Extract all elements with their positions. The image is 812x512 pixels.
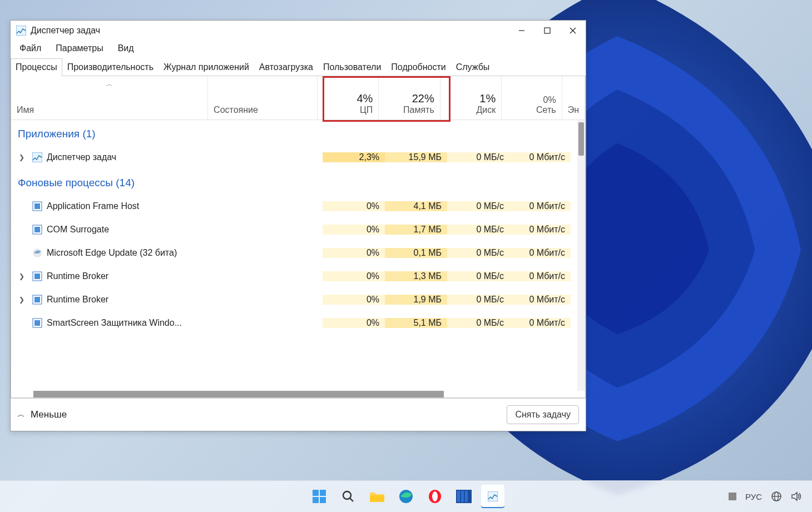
- disk-cell: 0 МБ/с: [447, 152, 509, 162]
- horizontal-scrollbar[interactable]: [11, 391, 585, 397]
- expand-icon[interactable]: ❯: [19, 272, 28, 280]
- disk-cell: 0 МБ/с: [447, 201, 509, 211]
- app-button[interactable]: [452, 485, 476, 508]
- col-cpu[interactable]: 4%ЦП: [318, 76, 379, 120]
- process-name: COM Surrogate: [47, 225, 109, 235]
- tab-processes[interactable]: Процессы: [11, 58, 62, 76]
- svg-point-26: [432, 491, 438, 501]
- disk-cell: 0 МБ/с: [447, 295, 509, 305]
- memory-cell: 5,1 МБ: [385, 318, 447, 328]
- network-cell: 0 Мбит/с: [509, 271, 571, 281]
- tab-details[interactable]: Подробности: [386, 58, 450, 76]
- process-row[interactable]: ❯Runtime Broker0%1,3 МБ0 МБ/с0 Мбит/с: [11, 265, 585, 288]
- svg-rect-5: [32, 152, 42, 162]
- network-cell: 0 Мбит/с: [509, 248, 571, 258]
- network-cell: 0 Мбит/с: [509, 201, 571, 211]
- col-extra[interactable]: Эн: [562, 76, 585, 120]
- svg-rect-12: [34, 274, 40, 279]
- svg-rect-32: [729, 493, 736, 500]
- network-cell: 0 Мбит/с: [509, 152, 571, 162]
- process-row[interactable]: Microsoft Edge Update (32 бита)0%0,1 МБ0…: [11, 241, 585, 265]
- disk-cell: 0 МБ/с: [447, 248, 509, 258]
- menu-view[interactable]: Вид: [116, 42, 136, 54]
- titlebar[interactable]: Диспетчер задач: [11, 21, 586, 41]
- menubar: Файл Параметры Вид: [11, 41, 586, 56]
- col-status[interactable]: Состояние: [208, 76, 318, 120]
- disk-cell: 0 МБ/с: [447, 225, 509, 235]
- cpu-cell: 0%: [323, 225, 385, 235]
- cpu-cell: 2,3%: [323, 152, 385, 162]
- svg-rect-17: [313, 490, 319, 496]
- disk-cell: 0 МБ/с: [447, 271, 509, 281]
- search-button[interactable]: [336, 485, 360, 508]
- svg-rect-2: [544, 28, 550, 33]
- col-name[interactable]: ︿ Имя: [11, 76, 208, 120]
- tab-startup[interactable]: Автозагрузка: [254, 58, 318, 76]
- tabs: Процессы Производительность Журнал прило…: [11, 56, 586, 76]
- col-memory[interactable]: 22%Память: [379, 76, 440, 120]
- memory-cell: 1,9 МБ: [385, 295, 447, 305]
- process-row[interactable]: ❯Диспетчер задач2,3%15,9 МБ0 МБ/с0 Мбит/…: [11, 146, 585, 169]
- tab-users[interactable]: Пользователи: [318, 58, 386, 76]
- scrollbar-thumb[interactable]: [578, 122, 584, 156]
- cpu-cell: 0%: [323, 271, 385, 281]
- collapse-icon[interactable]: ︿: [17, 410, 25, 420]
- tray-app-icon[interactable]: [729, 493, 736, 500]
- process-name: SmartScreen Защитника Windo...: [47, 318, 182, 328]
- minimize-button[interactable]: [509, 21, 534, 41]
- group-header[interactable]: Фоновые процессы (14): [11, 169, 585, 195]
- group-header[interactable]: Приложения (1): [11, 120, 585, 146]
- svg-rect-30: [465, 491, 468, 502]
- taskbar[interactable]: РУС: [0, 480, 812, 512]
- column-headers: ︿ Имя Состояние 4%ЦП 22%Память 1%Диск 0%…: [11, 76, 585, 120]
- svg-rect-31: [488, 491, 498, 501]
- expand-icon[interactable]: ❯: [19, 296, 28, 304]
- svg-rect-29: [461, 491, 464, 502]
- task-manager-window: Диспетчер задач Файл Параметры Вид Проце…: [10, 20, 586, 431]
- network-cell: 0 Мбит/с: [509, 225, 571, 235]
- taskmgr-button[interactable]: [481, 485, 504, 508]
- system-tray: РУС: [729, 491, 802, 502]
- process-row[interactable]: ❯Runtime Broker0%1,9 МБ0 МБ/с0 Мбит/с: [11, 288, 585, 311]
- process-name: Runtime Broker: [47, 271, 108, 281]
- language-indicator[interactable]: РУС: [745, 492, 762, 501]
- network-icon[interactable]: [771, 491, 782, 502]
- start-button[interactable]: [308, 485, 331, 508]
- end-task-button[interactable]: Снять задачу: [507, 405, 579, 424]
- tab-app-history[interactable]: Журнал приложений: [159, 58, 254, 76]
- hscroll-thumb[interactable]: [33, 391, 444, 397]
- menu-file[interactable]: Файл: [17, 42, 43, 54]
- svg-rect-9: [34, 227, 40, 232]
- maximize-button[interactable]: [534, 21, 560, 41]
- col-network[interactable]: 0%Сеть: [502, 76, 562, 120]
- process-row[interactable]: COM Surrogate0%1,7 МБ0 МБ/с0 Мбит/с: [11, 218, 585, 241]
- process-row[interactable]: SmartScreen Защитника Windo...0%5,1 МБ0 …: [11, 311, 585, 335]
- edge-button[interactable]: [394, 485, 418, 508]
- tab-services[interactable]: Службы: [451, 58, 495, 76]
- svg-rect-19: [313, 497, 319, 503]
- svg-rect-20: [320, 497, 326, 503]
- disk-cell: 0 МБ/с: [447, 318, 509, 328]
- process-row[interactable]: Application Frame Host0%4,1 МБ0 МБ/с0 Мб…: [11, 195, 585, 218]
- opera-button[interactable]: [423, 485, 447, 508]
- window-title: Диспетчер задач: [31, 26, 100, 36]
- process-list[interactable]: Приложения (1)❯Диспетчер задач2,3%15,9 М…: [11, 120, 585, 391]
- network-cell: 0 Мбит/с: [509, 318, 571, 328]
- close-button[interactable]: [560, 21, 586, 41]
- process-name: Microsoft Edge Update (32 бита): [47, 248, 177, 258]
- cpu-cell: 0%: [323, 295, 385, 305]
- explorer-button[interactable]: [365, 485, 389, 508]
- fewer-details-link[interactable]: Меньше: [31, 409, 67, 420]
- expand-icon[interactable]: ❯: [19, 153, 28, 161]
- process-name: Runtime Broker: [47, 295, 108, 305]
- volume-icon[interactable]: [791, 491, 802, 501]
- cpu-cell: 0%: [323, 318, 385, 328]
- vertical-scrollbar[interactable]: [577, 120, 585, 391]
- col-disk[interactable]: 1%Диск: [440, 76, 502, 120]
- cpu-cell: 0%: [323, 248, 385, 258]
- process-name: Диспетчер задач: [47, 152, 116, 162]
- process-name: Application Frame Host: [47, 201, 139, 211]
- svg-rect-7: [34, 203, 40, 209]
- tab-performance[interactable]: Производительность: [62, 58, 159, 76]
- menu-options[interactable]: Параметры: [53, 42, 105, 54]
